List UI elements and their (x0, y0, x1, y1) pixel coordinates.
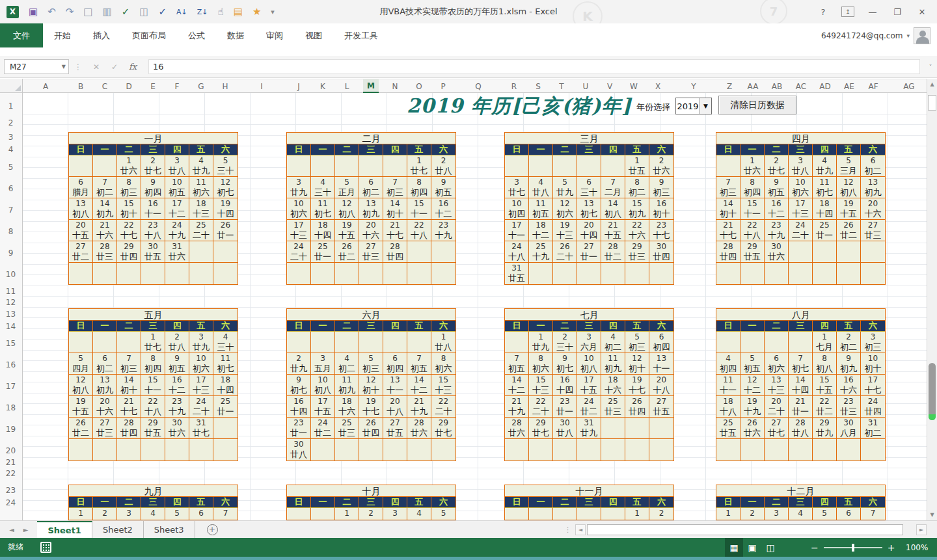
weekday-cell[interactable]: 二 (765, 321, 789, 331)
day-cell[interactable]: 8初六 (529, 353, 553, 375)
day-cell[interactable]: 3廿九 (189, 332, 213, 353)
day-cell[interactable] (861, 263, 885, 284)
day-cell[interactable]: 17十三 (789, 198, 813, 220)
day-cell[interactable]: 29廿四 (117, 241, 141, 263)
day-cell[interactable]: 11十一 (716, 375, 740, 396)
day-cell[interactable]: 30廿五 (141, 241, 165, 263)
month-title[interactable]: 十二月 (716, 485, 885, 497)
day-cell[interactable]: 9初四 (141, 177, 165, 198)
day-cell[interactable] (577, 263, 601, 284)
day-cell[interactable]: 31廿六 (165, 241, 189, 263)
weekday-cell[interactable]: 二 (553, 497, 577, 507)
weekday-cell[interactable]: 日 (716, 321, 740, 331)
day-cell[interactable] (117, 263, 141, 284)
day-cell[interactable]: 1廿七 (407, 155, 431, 177)
day-cell[interactable] (311, 332, 335, 353)
day-cell[interactable]: 13初九 (359, 198, 383, 220)
day-cell[interactable] (577, 508, 601, 520)
day-cell[interactable]: 4初四 (716, 353, 740, 375)
weekday-cell[interactable]: 一 (740, 321, 765, 331)
restore-button[interactable]: ❐ (886, 3, 908, 20)
day-cell[interactable]: 28廿二 (601, 241, 625, 263)
day-cell[interactable]: 1廿九 (529, 332, 553, 353)
day-cell[interactable] (165, 263, 189, 284)
day-cell[interactable] (529, 263, 553, 284)
day-cell[interactable]: 3 (765, 508, 789, 520)
weekday-cell[interactable]: 一 (740, 497, 765, 507)
redo-icon[interactable]: ↷ (66, 7, 74, 17)
day-cell[interactable]: 2廿八 (431, 155, 455, 177)
sheet-tab-Sheet3[interactable]: Sheet3 (144, 521, 195, 538)
weekday-cell[interactable]: 一 (529, 321, 553, 331)
day-cell[interactable]: 9初五 (431, 177, 455, 198)
day-cell[interactable] (93, 155, 117, 177)
day-cell[interactable]: 14初九 (93, 198, 117, 220)
day-cell[interactable]: 30廿四 (649, 241, 673, 263)
day-cell[interactable]: 6初四 (649, 332, 673, 353)
scrollbar-resize-handle[interactable]: ⋮ (564, 526, 571, 534)
column-header-J[interactable]: J (293, 79, 304, 93)
day-cell[interactable]: 18十八 (716, 396, 740, 418)
weekday-cell[interactable]: 六 (649, 144, 673, 155)
month-title[interactable]: 五月 (69, 309, 238, 321)
day-cell[interactable]: 29廿七 (529, 418, 553, 439)
weekday-cell[interactable]: 四 (813, 144, 837, 155)
day-cell[interactable]: 17十一 (505, 220, 529, 241)
day-cell[interactable]: 12初六 (553, 198, 577, 220)
zoom-slider-thumb[interactable] (852, 544, 854, 552)
day-cell[interactable]: 10初八 (311, 375, 335, 396)
day-cell[interactable] (625, 418, 649, 439)
day-cell[interactable]: 20十六 (93, 396, 117, 418)
day-cell[interactable]: 1廿六 (117, 155, 141, 177)
day-cell[interactable]: 31初二 (861, 418, 885, 439)
day-cell[interactable] (287, 263, 311, 284)
day-cell[interactable] (431, 439, 455, 460)
day-cell[interactable]: 2 (740, 508, 765, 520)
day-cell[interactable]: 24二十 (789, 220, 813, 241)
quick-print-icon[interactable]: ✓ (122, 7, 130, 17)
day-cell[interactable] (407, 439, 431, 460)
day-cell[interactable]: 17十三 (189, 375, 213, 396)
day-cell[interactable] (837, 263, 861, 284)
day-cell[interactable] (335, 263, 359, 284)
month-title[interactable]: 一月 (69, 133, 238, 144)
weekday-cell[interactable]: 六 (213, 497, 238, 507)
day-cell[interactable]: 7 (861, 508, 885, 520)
column-header-U[interactable]: U (579, 79, 593, 93)
row-header-21[interactable]: 21 (0, 458, 21, 467)
day-cell[interactable]: 24十九 (165, 220, 189, 241)
day-cell[interactable] (287, 155, 311, 177)
close-button[interactable]: ✕ (911, 3, 933, 20)
column-header-C[interactable]: C (98, 79, 111, 93)
row-header-17[interactable]: 17 (0, 382, 21, 391)
day-cell[interactable]: 27廿二 (69, 241, 93, 263)
day-cell[interactable]: 28廿四 (117, 418, 141, 439)
day-cell[interactable]: 25廿一 (213, 396, 238, 418)
day-cell[interactable] (813, 263, 837, 284)
day-cell[interactable]: 29廿五 (141, 418, 165, 439)
day-cell[interactable]: 24廿二 (577, 396, 601, 418)
day-cell[interactable]: 3 (117, 508, 141, 520)
day-cell[interactable] (213, 263, 238, 284)
day-cell[interactable]: 24十八 (505, 241, 529, 263)
page-layout-view-icon[interactable]: ▣ (743, 538, 761, 557)
print-preview-icon[interactable]: ◫ (139, 7, 148, 17)
row-header-20[interactable]: 20 (0, 446, 21, 455)
day-cell[interactable] (716, 332, 740, 353)
day-cell[interactable]: 2廿六 (649, 155, 673, 177)
ribbon-tab-开始[interactable]: 开始 (43, 23, 82, 47)
day-cell[interactable]: 28廿三 (93, 241, 117, 263)
day-cell[interactable]: 2廿八 (165, 332, 189, 353)
day-cell[interactable]: 15十三 (529, 375, 553, 396)
day-cell[interactable]: 30廿八 (553, 418, 577, 439)
weekday-cell[interactable]: 六 (649, 321, 673, 331)
day-cell[interactable] (577, 439, 601, 460)
column-header-I[interactable]: I (256, 79, 267, 93)
day-cell[interactable] (861, 439, 885, 460)
weekday-cell[interactable]: 三 (789, 144, 813, 155)
day-cell[interactable]: 29廿七 (431, 418, 455, 439)
day-cell[interactable]: 16十六 (837, 375, 861, 396)
day-cell[interactable]: 10初十 (861, 353, 885, 375)
row-header-10[interactable]: 10 (0, 270, 21, 279)
insert-function-icon[interactable]: fx (124, 62, 142, 72)
